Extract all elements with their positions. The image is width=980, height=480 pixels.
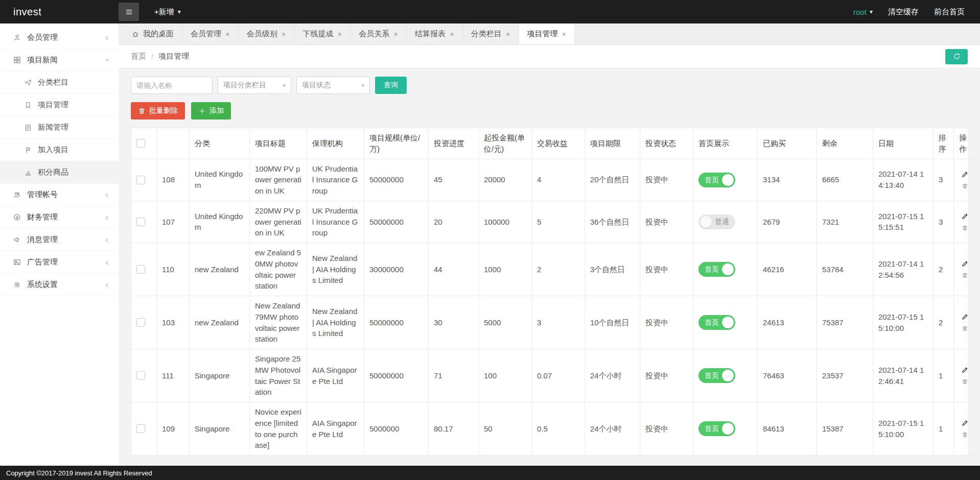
sidebar-item-project-management[interactable]: 项目管理 xyxy=(0,94,119,116)
close-icon[interactable]: × xyxy=(562,30,567,38)
tab-member-relations[interactable]: 会员关系× xyxy=(351,23,407,44)
close-icon[interactable]: × xyxy=(393,30,398,38)
user-menu[interactable]: root ▾ xyxy=(853,8,873,16)
close-icon[interactable]: × xyxy=(506,30,510,38)
refresh-button[interactable] xyxy=(945,49,968,64)
column-header: 已购买 xyxy=(758,128,817,159)
clear-cache-link[interactable]: 清空缓存 xyxy=(888,7,919,17)
delete-icon[interactable] xyxy=(959,378,971,385)
select-all-checkbox[interactable] xyxy=(136,139,145,148)
cell-date: 2021-07-15 15:10:00 xyxy=(873,402,934,455)
column-header: 保理机构 xyxy=(307,128,364,159)
column-header: 操作 xyxy=(954,128,976,159)
delete-icon[interactable] xyxy=(959,183,971,189)
toggle-label: 普通 xyxy=(715,217,729,227)
tab-downline-commission[interactable]: 下线提成× xyxy=(295,23,351,44)
row-checkbox[interactable] xyxy=(136,424,145,433)
cell-profit: 0.07 xyxy=(532,349,585,402)
edit-icon[interactable] xyxy=(959,366,971,374)
delete-icon[interactable] xyxy=(959,225,971,231)
cell-select xyxy=(131,296,157,349)
sidebar-group-project-news[interactable]: 项目新闻‹ xyxy=(0,49,119,71)
header-select-cell xyxy=(131,128,157,159)
tab-member-level[interactable]: 会员级别× xyxy=(239,23,295,44)
status-select[interactable]: 项目状态 ▾ xyxy=(296,77,370,94)
cell-id: 110 xyxy=(157,243,190,296)
edit-icon[interactable] xyxy=(959,212,971,220)
cell-display: 普通 xyxy=(693,201,758,243)
edit-icon[interactable] xyxy=(959,171,971,178)
tab-label: 会员关系 xyxy=(359,29,389,39)
close-icon[interactable]: × xyxy=(450,30,454,38)
display-toggle[interactable]: 首页 xyxy=(698,421,735,436)
display-toggle[interactable]: 普通 xyxy=(698,214,735,229)
cell-progress: 80.17 xyxy=(429,402,479,455)
sidebar-group-ad-management[interactable]: 广告管理‹ xyxy=(0,251,119,274)
new-dropdown-label: +新增 xyxy=(154,7,174,17)
search-input[interactable] xyxy=(131,77,213,94)
cell-remaining: 75387 xyxy=(817,296,873,349)
sidebar: 会员管理‹项目新闻‹分类栏目项目管理新闻管理加入项目积分商品管理帐号‹财务管理‹… xyxy=(0,23,119,466)
search-button[interactable]: 查询 xyxy=(375,77,407,94)
cell-title: 100MW PV power generation in UK xyxy=(250,159,307,201)
sidebar-group-member-management[interactable]: 会员管理‹ xyxy=(0,27,119,49)
sidebar-item-join-project[interactable]: 加入项目 xyxy=(0,139,119,161)
delete-icon[interactable] xyxy=(959,325,971,332)
display-toggle[interactable]: 首页 xyxy=(698,368,735,383)
cell-min-invest: 100 xyxy=(479,349,532,402)
close-icon[interactable]: × xyxy=(282,30,286,38)
chart-icon xyxy=(25,169,32,176)
sidebar-group-system-settings[interactable]: 系统设置‹ xyxy=(0,274,119,296)
tabbar: 我的桌面会员管理×会员级别×下线提成×会员关系×结算报表×分类栏目×项目管理× xyxy=(119,23,980,45)
delete-icon[interactable] xyxy=(959,272,971,279)
tab-category-column[interactable]: 分类栏目× xyxy=(463,23,519,44)
sidebar-group-message-management[interactable]: 消息管理‹ xyxy=(0,229,119,251)
edit-icon[interactable] xyxy=(959,313,971,321)
category-select[interactable]: 项目分类栏目 ▾ xyxy=(218,77,291,94)
cell-scale: 50000000 xyxy=(364,159,429,201)
breadcrumb-home[interactable]: 首页 xyxy=(131,52,146,61)
cell-display: 首页 xyxy=(693,159,758,201)
cell-operations xyxy=(954,159,976,201)
table-body: 108United Kingdom100MW PV power generati… xyxy=(131,159,976,455)
batch-delete-button[interactable]: 批量删除 xyxy=(131,102,185,119)
sidebar-toggle-button[interactable] xyxy=(119,3,139,21)
member-icon xyxy=(13,34,21,41)
cell-profit: 4 xyxy=(532,159,585,201)
sidebar-item-news-management[interactable]: 新闻管理 xyxy=(0,116,119,139)
add-button[interactable]: 添加 xyxy=(191,102,231,119)
toggle-knob xyxy=(722,423,734,435)
sidebar-group-finance-management[interactable]: 财务管理‹ xyxy=(0,206,119,229)
edit-icon[interactable] xyxy=(959,419,971,427)
coin-icon xyxy=(13,213,21,221)
tab-project-management[interactable]: 项目管理× xyxy=(519,23,575,44)
cell-agency: AIA Singapore Pte Ltd xyxy=(307,349,364,402)
content: 项目分类栏目 ▾ 项目状态 ▾ 查询 批量删除 添加 xyxy=(119,68,980,466)
sidebar-nav: 会员管理‹项目新闻‹分类栏目项目管理新闻管理加入项目积分商品管理帐号‹财务管理‹… xyxy=(0,27,119,296)
tab-my-desktop[interactable]: 我的桌面 xyxy=(124,23,182,44)
tab-member-management[interactable]: 会员管理× xyxy=(182,23,239,44)
tab-settlement-report[interactable]: 结算报表× xyxy=(407,23,463,44)
sidebar-item-category-column[interactable]: 分类栏目 xyxy=(0,71,119,94)
display-toggle[interactable]: 首页 xyxy=(698,173,735,187)
front-home-link[interactable]: 前台首页 xyxy=(934,7,965,17)
column-header: 投资状态 xyxy=(640,128,693,159)
sidebar-item-points-goods[interactable]: 积分商品 xyxy=(0,161,119,184)
status-select-value: 项目状态 xyxy=(302,81,331,90)
toggle-knob xyxy=(722,174,734,186)
column-header: 分类 xyxy=(190,128,250,159)
close-icon[interactable]: × xyxy=(225,30,230,38)
display-toggle[interactable]: 首页 xyxy=(698,315,735,330)
row-checkbox[interactable] xyxy=(136,371,145,380)
edit-icon[interactable] xyxy=(959,260,971,268)
close-icon[interactable]: × xyxy=(338,30,342,38)
new-dropdown[interactable]: +新增 ▾ xyxy=(154,7,181,17)
row-checkbox[interactable] xyxy=(136,318,145,327)
row-checkbox[interactable] xyxy=(136,176,145,184)
delete-icon[interactable] xyxy=(959,431,971,438)
sidebar-group-admin-account[interactable]: 管理帐号‹ xyxy=(0,184,119,206)
display-toggle[interactable]: 首页 xyxy=(698,262,735,277)
row-checkbox[interactable] xyxy=(136,265,145,274)
row-checkbox[interactable] xyxy=(136,218,145,226)
cell-status: 投资中 xyxy=(640,201,693,243)
